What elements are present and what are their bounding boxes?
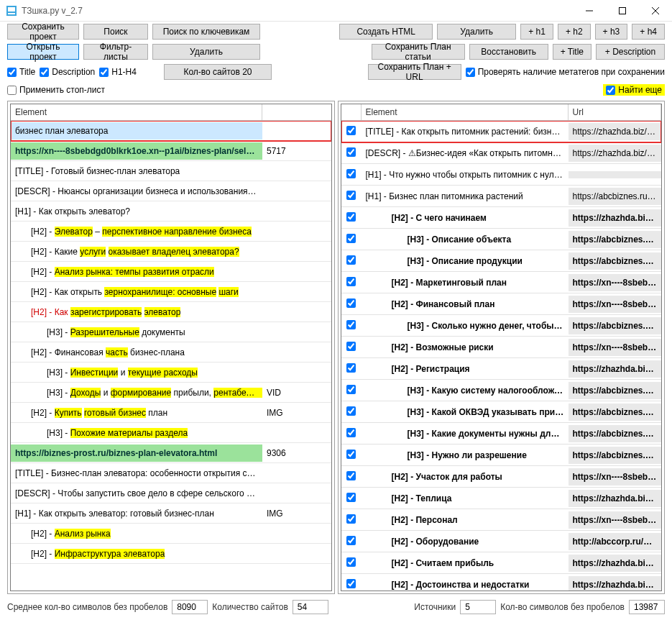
restore-button[interactable]: Восстановить (469, 44, 548, 60)
h1h4-checkbox[interactable]: H1-H4 (99, 67, 137, 77)
right-cell-check[interactable] (341, 489, 362, 508)
add-title-button[interactable]: + Title (553, 44, 592, 60)
left-row[interactable]: [DESCR] - Нюансы организации бизнеса и и… (11, 181, 331, 201)
add-h2-button[interactable]: + h2 (558, 24, 591, 40)
right-cell-check[interactable] (341, 209, 362, 227)
left-row[interactable]: [DESCR] - Чтобы запустить свое дело в сф… (11, 483, 331, 503)
right-cell-check[interactable] (341, 295, 362, 314)
right-cell-check[interactable] (341, 381, 362, 400)
left-row[interactable]: [H3] - Доходы и формирование прибыли, ре… (11, 383, 331, 403)
left-header-value[interactable] (262, 104, 305, 120)
right-header-check[interactable] (341, 104, 362, 120)
left-row[interactable]: [H2] - Финансовая часть бизнес-плана (11, 342, 331, 363)
right-row[interactable]: [H2] - Финансовый планhttps://xn----8sbe… (341, 293, 662, 315)
right-cell-check[interactable] (341, 532, 362, 551)
right-row[interactable]: [H3] - Какой ОКВЭД указывать при регис..… (341, 401, 662, 423)
right-cell-check[interactable] (341, 122, 362, 141)
left-row[interactable]: [H2] - Элеватор – перспективное направле… (11, 222, 331, 242)
right-row[interactable]: [TITLE] - Как открыть питомник растений:… (341, 121, 662, 142)
left-row[interactable]: [TITLE] - Готовый бизнес-план элеватора (11, 161, 331, 181)
save-project-button[interactable]: Сохранить проект (7, 24, 79, 40)
left-row[interactable]: [H3] - Разрешительные документы (11, 322, 331, 342)
right-cell-check[interactable] (341, 446, 362, 465)
right-cell-check[interactable] (341, 403, 362, 421)
left-header-element[interactable]: Element (11, 104, 262, 120)
stoplist-checkbox[interactable]: Применить стоп-лист (7, 85, 105, 95)
right-row[interactable]: [H1] - Бизнес план питомника растенийhtt… (341, 186, 662, 207)
add-description-button[interactable]: + Description (596, 44, 665, 60)
right-header-url[interactable]: Url (569, 104, 662, 120)
right-cell-check[interactable] (341, 468, 362, 486)
right-row[interactable]: [H3] - Сколько нужно денег, чтобы откры.… (341, 315, 662, 337)
left-row[interactable]: [H3] - Похожие материалы раздела (11, 423, 331, 443)
right-row[interactable]: [H2] - Возможные рискиhttps://xn----8sbe… (341, 337, 662, 358)
right-row[interactable]: [H3] - Какую систему налогообложения в..… (341, 380, 662, 401)
right-row[interactable]: [H2] - Достоинства и недостаткиhttps://z… (341, 574, 662, 591)
left-row[interactable]: [H2] - Как открыть зернохранилище: основ… (11, 282, 331, 302)
left-grid-body[interactable]: бизнес план элеватораhttps://xn----8sbeb… (11, 121, 331, 591)
left-row[interactable]: [H1] - Как открыть элеватор: готовый биз… (11, 503, 331, 524)
right-cell-check[interactable] (341, 554, 362, 573)
sites-count-button[interactable]: Кол-во сайтов 20 (164, 64, 272, 80)
find-more-checkbox[interactable]: Найти еще (603, 84, 665, 96)
right-row[interactable]: [H2] - Считаем прибыльhttps://zhazhda.bi… (341, 552, 662, 574)
right-row[interactable]: [H2] - Участок для работыhttps://xn----8… (341, 466, 662, 488)
left-row[interactable]: [H2] - Анализ рынка (11, 524, 331, 544)
right-row[interactable]: [H2] - С чего начинаемhttps://zhazhda.bi… (341, 207, 662, 229)
right-row[interactable]: [H3] - Какие документы нужны для откры..… (341, 423, 662, 445)
left-row[interactable]: [H3] - Инвестиции и текущие расходы (11, 363, 331, 383)
add-h4-button[interactable]: + h4 (632, 24, 665, 40)
right-row[interactable]: [DESCR] - ⚠Бизнес-идея «Как открыть пито… (341, 142, 662, 164)
left-row[interactable]: https://biznes-prost.ru/biznes-plan-elev… (11, 443, 331, 463)
right-row[interactable]: [H2] - Оборудованиеhttp://abccorp.ru/pit… (341, 531, 662, 552)
right-cell-check[interactable] (341, 144, 362, 163)
right-cell-check[interactable] (341, 360, 362, 378)
left-row[interactable]: [H2] - Какие услуги оказывает владелец э… (11, 242, 331, 262)
right-cell-check[interactable] (341, 575, 362, 591)
right-cell-check[interactable] (341, 316, 362, 335)
search-button[interactable]: Поиск (83, 24, 148, 40)
right-cell-check[interactable] (341, 187, 362, 206)
title-checkbox[interactable]: Title (7, 67, 35, 77)
right-row[interactable]: [H3] - Описание объектаhttps://abcbiznes… (341, 229, 662, 250)
close-button[interactable] (639, 0, 672, 22)
right-cell-check[interactable] (341, 338, 362, 357)
right-row[interactable]: [H2] - Персоналhttps://xn----8sbebdgd0bl… (341, 509, 662, 531)
left-row[interactable]: https://xn----8sbebdgd0blkrk1oe.xn--p1ai… (11, 141, 331, 161)
right-cell-check[interactable] (341, 252, 362, 270)
right-grid-body[interactable]: [TITLE] - Как открыть питомник растений:… (341, 121, 662, 591)
left-row[interactable]: [H2] - Купить готовый бизнес планIMG (11, 403, 331, 423)
save-plan-url-button[interactable]: Сохранить План + URL (368, 64, 461, 80)
right-row[interactable]: [H1] - Что нужно чтобы открыть питомник … (341, 164, 662, 186)
save-article-plan-button[interactable]: Сохранить План статьи (372, 44, 465, 60)
right-cell-check[interactable] (341, 273, 362, 292)
left-row[interactable]: [H2] - Как зарегистрировать элеватор (11, 302, 331, 322)
right-row[interactable]: [H2] - Маркетинговый планhttps://xn----8… (341, 272, 662, 293)
right-row[interactable]: [H2] - Регистрацияhttps://zhazhda.biz/id… (341, 358, 662, 380)
left-row[interactable]: [TITLE] - Бизнес-план элеватора: особенн… (11, 463, 331, 483)
minimize-button[interactable] (573, 0, 606, 22)
delete-right-button[interactable]: Удалить (437, 24, 516, 40)
right-row[interactable]: [H3] - Нужно ли разрешениеhttps://abcbiz… (341, 445, 662, 466)
right-row[interactable]: [H3] - Описание продукцииhttps://abcbizn… (341, 250, 662, 272)
left-row[interactable]: бизнес план элеватора (11, 121, 331, 141)
filter-lists-button[interactable]: Фильтр-листы (83, 44, 148, 60)
delete-left-button[interactable]: Удалить (152, 44, 260, 60)
add-h1-button[interactable]: + h1 (520, 24, 553, 40)
right-header-element[interactable]: Element (362, 104, 569, 120)
right-cell-check[interactable] (341, 511, 362, 529)
right-cell-check[interactable] (341, 165, 362, 184)
right-cell-check[interactable] (341, 424, 362, 443)
right-row[interactable]: [H2] - Теплицаhttps://zhazhda.biz/idea..… (341, 488, 662, 509)
left-row[interactable]: [H2] - Анализ рынка: темпы развития отра… (11, 262, 331, 282)
left-row[interactable]: [H1] - Как открыть элеватор? (11, 201, 331, 222)
right-cell-check[interactable] (341, 230, 362, 249)
add-h3-button[interactable]: + h3 (595, 24, 628, 40)
left-row[interactable]: [H2] - Инфраструктура элеватора (11, 544, 331, 564)
description-checkbox[interactable]: Description (40, 67, 95, 77)
create-html-button[interactable]: Создать HTML (339, 24, 433, 40)
check-meta-checkbox[interactable]: Проверять наличие метатегов при сохранен… (466, 67, 665, 77)
open-project-button[interactable]: Открыть проект (7, 44, 79, 60)
search-keywords-button[interactable]: Поиск по ключевикам (152, 24, 260, 40)
maximize-button[interactable] (606, 0, 639, 22)
